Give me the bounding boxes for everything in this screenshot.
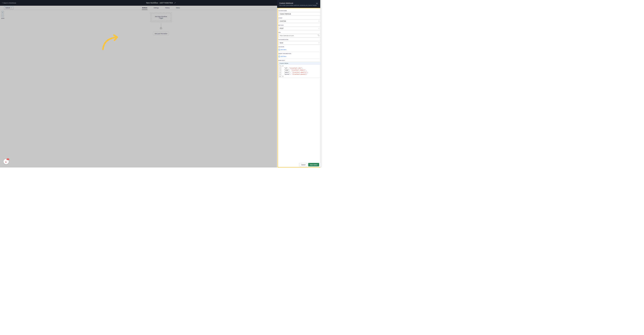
query-params-add-label: Add item xyxy=(281,56,286,57)
raw-body-label: RAW BODY xyxy=(278,60,321,61)
drawer-title: Custom Webhook xyxy=(279,2,320,4)
drawer-body: ACTION NAME EVENT CUSTOM ▲▼ METHOD POST … xyxy=(278,8,321,79)
save-action-button[interactable]: Save Action xyxy=(308,163,319,166)
raw-body-custom-values[interactable]: Custom Values xyxy=(279,62,320,65)
event-select-value: CUSTOM xyxy=(280,20,286,22)
action-name-input[interactable] xyxy=(278,12,321,16)
code-gutter: 1 2 3 4 5 6 xyxy=(279,65,282,77)
grammarly-badge[interactable]: g. 24 xyxy=(4,159,9,164)
cancel-button[interactable]: Cancel xyxy=(299,163,307,166)
grammarly-count: 24 xyxy=(6,159,9,160)
drawer-header: Custom Webhook Fire a fully customizable… xyxy=(277,0,322,8)
scroll-gutter xyxy=(320,0,322,167)
query-params-label: QUERY PARAMETERS xyxy=(278,53,321,54)
url-label: URL xyxy=(278,32,321,33)
authorization-select-value: None xyxy=(280,42,283,43)
grammarly-icon: g. xyxy=(5,160,7,163)
authorization-label: AUTHORIZATION xyxy=(278,39,321,40)
plus-circle-icon: + xyxy=(278,56,280,57)
divider xyxy=(278,59,321,59)
authorization-select[interactable]: None ▲▼ xyxy=(278,41,321,45)
drawer-footer: Cancel Save Action xyxy=(299,163,319,166)
method-label: METHOD xyxy=(278,24,321,26)
headers-add-label: Add item xyxy=(281,49,286,50)
method-select[interactable]: POST ▲▼ xyxy=(278,26,321,30)
drawer-subtitle: Fire a fully customizable webhook contai… xyxy=(279,4,320,6)
svg-point-0 xyxy=(318,35,318,35)
code-body[interactable]: { "id": "{{contact.id}}", "name": "{{con… xyxy=(282,65,320,77)
event-label: EVENT xyxy=(278,17,321,18)
action-drawer: Custom Webhook Fire a fully customizable… xyxy=(277,0,322,167)
divider xyxy=(278,52,321,52)
action-name-label: ACTION NAME xyxy=(278,10,321,11)
select-arrows-icon: ▲▼ xyxy=(319,20,319,22)
plus-circle-icon: + xyxy=(278,49,280,50)
event-select[interactable]: CUSTOM ▲▼ xyxy=(278,19,321,23)
query-params-add-item[interactable]: + Add item xyxy=(278,55,321,58)
raw-body-editor[interactable]: Custom Values 1 2 3 4 5 6 { "id": "{ xyxy=(278,62,321,78)
headers-label: HEADERS xyxy=(278,46,321,47)
drawer-body-highlight: ACTION NAME EVENT CUSTOM ▲▼ METHOD POST … xyxy=(278,8,322,167)
tag-icon[interactable] xyxy=(318,34,320,37)
modal-overlay xyxy=(0,0,322,167)
method-select-value: POST xyxy=(280,27,284,29)
url-input[interactable] xyxy=(278,34,321,37)
close-icon xyxy=(316,3,318,4)
select-arrows-icon: ▲▼ xyxy=(319,42,319,43)
close-button[interactable] xyxy=(316,3,318,5)
select-arrows-icon: ▲▼ xyxy=(319,28,319,29)
headers-add-item[interactable]: + Add item xyxy=(278,48,321,51)
